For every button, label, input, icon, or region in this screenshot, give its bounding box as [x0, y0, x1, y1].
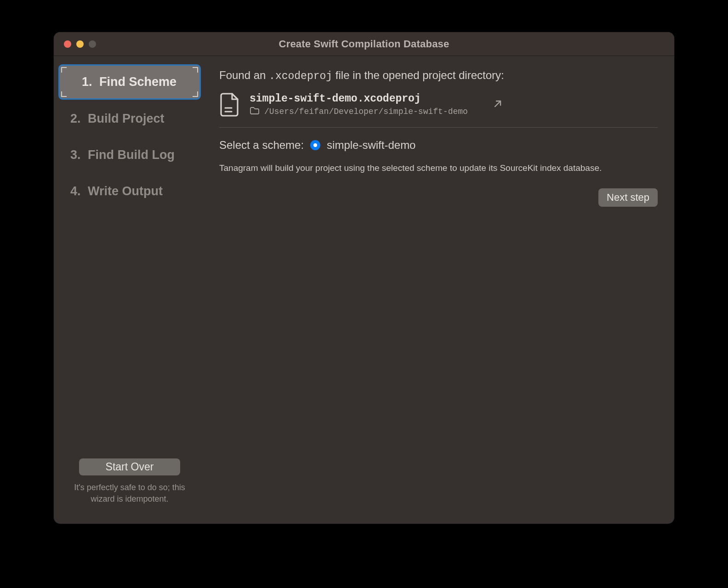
- start-over-button[interactable]: Start Over: [79, 458, 180, 475]
- wizard-main-panel: Found an .xcodeproj file in the opened p…: [205, 56, 674, 524]
- project-file-name: simple-swift-demo.xcodeproj: [250, 93, 468, 105]
- project-file-text: simple-swift-demo.xcodeproj /Users/feifa…: [250, 93, 468, 117]
- idempotent-note: It's perfectly safe to do so; this wizar…: [64, 482, 195, 504]
- found-project-message: Found an .xcodeproj file in the opened p…: [219, 69, 658, 82]
- traffic-lights: [54, 40, 96, 48]
- next-step-row: Next step: [219, 188, 658, 207]
- wizard-sidebar: 1. Find Scheme 2. Build Project 3. Find …: [54, 56, 205, 524]
- step-number: 3.: [70, 148, 82, 162]
- file-icon: [219, 92, 239, 117]
- step-label: Write Output: [88, 184, 163, 198]
- step-number: 4.: [70, 184, 82, 198]
- project-file-row: simple-swift-demo.xcodeproj /Users/feifa…: [219, 92, 658, 117]
- scheme-radio[interactable]: [310, 140, 320, 150]
- sidebar-footer: Start Over It's perfectly safe to do so;…: [58, 458, 201, 515]
- app-window: Create Swift Compilation Database 1. Fin…: [54, 32, 674, 524]
- step-find-scheme[interactable]: 1. Find Scheme: [58, 64, 201, 100]
- step-list: 1. Find Scheme 2. Build Project 3. Find …: [58, 64, 201, 458]
- titlebar: Create Swift Compilation Database: [54, 32, 674, 56]
- minimize-window-button[interactable]: [76, 40, 84, 48]
- step-label: Find Build Log: [88, 148, 175, 162]
- step-find-build-log[interactable]: 3. Find Build Log: [58, 138, 201, 172]
- section-divider: [219, 127, 658, 128]
- scheme-name: simple-swift-demo: [327, 139, 415, 152]
- reveal-in-finder-button[interactable]: [493, 99, 503, 111]
- zoom-window-button[interactable]: [89, 40, 96, 48]
- scheme-prompt-label: Select a scheme:: [219, 139, 304, 152]
- svg-line-2: [495, 101, 500, 107]
- window-title: Create Swift Compilation Database: [54, 38, 674, 50]
- found-extension-code: .xcodeproj: [269, 70, 332, 82]
- step-number: 1.: [82, 75, 94, 89]
- step-label: Build Project: [88, 112, 165, 126]
- project-path-row: /Users/feifan/Developer/simple-swift-dem…: [250, 107, 468, 117]
- folder-icon: [250, 107, 260, 117]
- project-path: /Users/feifan/Developer/simple-swift-dem…: [264, 107, 468, 116]
- next-step-button[interactable]: Next step: [598, 188, 658, 207]
- step-number: 2.: [70, 112, 82, 126]
- close-window-button[interactable]: [64, 40, 71, 48]
- found-prefix: Found an: [219, 69, 269, 81]
- scheme-explain-text: Tanagram will build your project using t…: [219, 162, 658, 175]
- window-body: 1. Find Scheme 2. Build Project 3. Find …: [54, 56, 674, 524]
- found-suffix: file in the opened project directory:: [332, 69, 504, 81]
- scheme-select-row: Select a scheme: simple-swift-demo: [219, 139, 658, 152]
- step-write-output[interactable]: 4. Write Output: [58, 174, 201, 209]
- step-label: Find Scheme: [99, 75, 176, 89]
- step-build-project[interactable]: 2. Build Project: [58, 102, 201, 136]
